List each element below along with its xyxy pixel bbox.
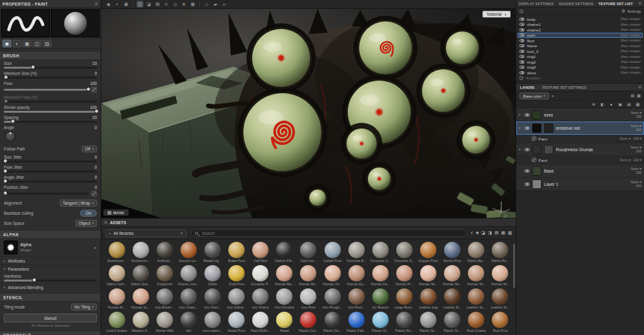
material-item[interactable]: Pastel (273, 312, 296, 335)
material-item[interactable]: Human Ki... (105, 288, 128, 312)
material-item[interactable]: Plastic Fab... (345, 312, 368, 335)
visibility-toggle-icon[interactable] (525, 113, 530, 116)
visibility-toggle-icon[interactable] (525, 148, 530, 151)
paint-tool-icon[interactable]: ◫ (136, 1, 143, 8)
material-item[interactable]: Plastic Gl... (369, 312, 392, 335)
texture-set-ring2[interactable]: ring2Main shader (518, 59, 643, 65)
material-item[interactable]: Mortar Wall (153, 312, 176, 335)
material-item[interactable]: Concrete B... (345, 242, 368, 265)
clone-tool-icon[interactable]: ⊕ (180, 1, 187, 8)
material-item[interactable]: Glitter (201, 265, 224, 288)
material-item[interactable]: Brass Pure (225, 242, 248, 265)
materials-filter-icon[interactable]: ◐ (470, 230, 473, 236)
texture-set-lock-2[interactable]: lock_2Main shader (518, 48, 643, 54)
layer-emissive-red[interactable]: ▾emissive redNorm ▾100 (516, 122, 644, 135)
texture-set-frame[interactable]: frameMain shader (518, 43, 643, 49)
advanced-blending-collapse[interactable]: ▸ Advanced Blending (0, 283, 101, 291)
material-item[interactable]: Fabric Ru... (489, 242, 512, 265)
quick-mask-icon[interactable]: ◇ (203, 1, 210, 8)
material-item[interactable]: Leather St... (489, 288, 512, 312)
slider-track[interactable] (4, 171, 97, 173)
tab-layers[interactable]: LAYERS (516, 86, 538, 89)
visibility-toggle-icon[interactable] (519, 33, 525, 37)
layer-eyes[interactable]: ▾eyesNorm ▾100 (516, 108, 644, 122)
add-fill-icon[interactable]: ● (608, 101, 614, 108)
visibility-toggle-icon[interactable] (519, 65, 525, 69)
texture-set-fireplace[interactable]: fireplace (518, 76, 643, 81)
panel-menu-icon[interactable]: ≡ (95, 1, 98, 7)
material-item[interactable]: Large Rust... (392, 288, 416, 312)
material-item[interactable]: Plastic Te... (441, 312, 464, 335)
parameters-collapse[interactable]: ▾ Parameters (0, 264, 101, 273)
physical-brush-icon[interactable]: ◫ (33, 40, 42, 47)
material-item[interactable]: Rust Coarse (465, 312, 488, 335)
material-item[interactable]: Concrete C... (369, 242, 392, 265)
layer-blend-opacity[interactable]: Norm ▾100 (631, 111, 641, 119)
viewport-shading-dropdown[interactable]: Material ▾ (482, 11, 511, 18)
search-input[interactable] (201, 230, 462, 236)
material-item[interactable]: Iron Chain... (177, 288, 200, 312)
material-item[interactable]: Footprints (153, 265, 176, 288)
material-item[interactable]: Artificial... (153, 242, 176, 265)
visibility-toggle-icon[interactable] (519, 23, 525, 26)
rotate-tool-icon[interactable]: ◐ (114, 1, 121, 8)
layer-effect-paint[interactable]: PaintNorm ▾ 100 ▾ (516, 156, 644, 164)
material-item[interactable]: Human Sc... (129, 288, 152, 312)
mask-indicator[interactable]: MASK (103, 209, 129, 216)
viewport-3d[interactable]: Z Material ▾ MASK (101, 9, 516, 218)
layer-roughness-grunge[interactable]: ▾Roughness GrungeNorm ▾100 (516, 143, 644, 156)
eraser-icon[interactable]: ◐ (13, 40, 21, 47)
opacity-value[interactable]: 100 (636, 184, 641, 188)
opacity-value[interactable]: 100 (636, 149, 641, 153)
material-item[interactable]: Aluminium... (129, 242, 152, 265)
material-item[interactable]: Human Bo... (297, 265, 320, 288)
material-item[interactable]: Human Fl... (392, 265, 416, 288)
layer-blend-opacity[interactable]: Norm ▾100 (631, 180, 641, 188)
grid-view-icon[interactable]: ▩ (508, 230, 512, 236)
material-item[interactable]: Medium A... (129, 312, 152, 335)
filter-icon[interactable]: ▤ (631, 93, 635, 98)
texture-set-ring1[interactable]: ring1Main shader (518, 54, 643, 60)
pen-icon[interactable] (91, 191, 97, 196)
visibility-toggle-icon[interactable] (519, 60, 525, 64)
slider-knob[interactable] (3, 191, 8, 195)
opacity-value[interactable]: 100 (636, 115, 641, 118)
slider-track[interactable] (4, 121, 97, 123)
slider-track[interactable] (4, 89, 89, 91)
expand-caret-icon[interactable]: ▾ (519, 113, 522, 116)
attributes-collapse[interactable]: ▸ Attributes (0, 256, 101, 264)
add-effect-icon[interactable]: ⊕ (591, 101, 597, 108)
tiling-mode-dropdown[interactable]: No Tiling ▾ (71, 304, 97, 310)
material-picker-tool-icon[interactable]: ▦ (189, 1, 196, 8)
material-item[interactable]: Fabric Ba... (465, 242, 488, 265)
material-item[interactable]: Iron Grainy (249, 288, 272, 312)
material-item[interactable]: Plastic De... (321, 312, 344, 335)
slider-track[interactable] (4, 193, 89, 195)
material-item[interactable]: Lizard Scales (105, 312, 128, 335)
visibility-toggle-icon[interactable] (519, 18, 525, 21)
eraser-tool-icon[interactable]: ◪ (145, 1, 152, 8)
pen-icon[interactable] (91, 87, 97, 93)
texture-set-slime[interactable]: slimeMain shader (518, 70, 643, 76)
slider-knob[interactable] (94, 109, 99, 113)
tab-shader-settings[interactable]: SHADER SETTINGS (556, 2, 596, 6)
slider-knob[interactable] (4, 99, 8, 103)
material-item[interactable]: Leather Sc... (465, 288, 488, 312)
slider-knob[interactable] (31, 65, 35, 69)
material-item[interactable]: Rust Fine (489, 312, 512, 335)
slider-knob[interactable] (3, 179, 8, 183)
material-item[interactable]: Plastic Cel... (297, 312, 320, 335)
material-item[interactable]: Human Ey... (345, 265, 368, 288)
add-mask-icon[interactable]: ▤ (626, 101, 632, 108)
material-item[interactable]: Iron Pure (297, 288, 320, 312)
dropdown-size-space[interactable]: Object▾ (75, 220, 97, 227)
opacity-value[interactable]: 100 (636, 128, 641, 132)
material-item[interactable]: Iron Grinded (273, 288, 296, 312)
layer-blend-opacity[interactable]: Norm ▾100 (631, 124, 641, 132)
material-item[interactable]: Iron Dam... (201, 288, 224, 312)
slider-knob[interactable] (32, 278, 36, 282)
slider-track[interactable] (4, 101, 97, 103)
channel-dropdown[interactable]: Base color ▾ (519, 93, 549, 99)
material-item[interactable]: Basalt Ug... (201, 242, 224, 265)
slider-knob[interactable] (4, 75, 8, 79)
